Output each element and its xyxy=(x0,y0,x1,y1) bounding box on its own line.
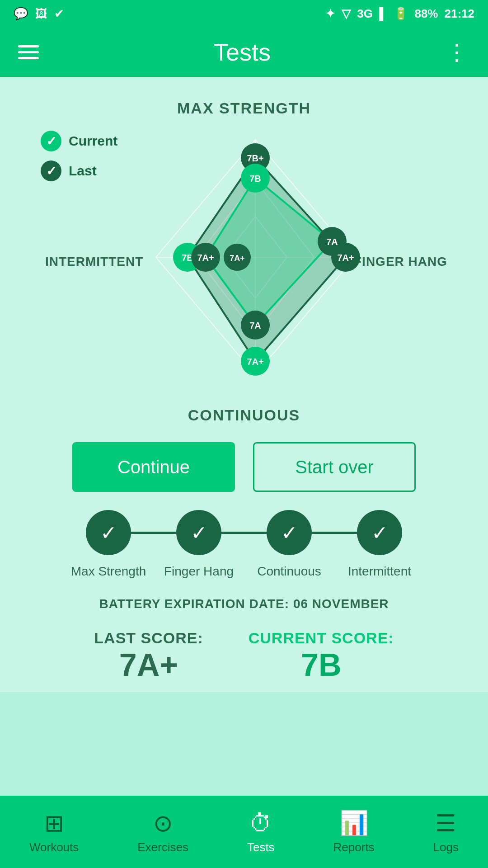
svg-text:7B+: 7B+ xyxy=(247,153,263,163)
time-display: 21:12 xyxy=(445,7,475,21)
wifi-icon: ▽ xyxy=(342,7,351,21)
nav-workouts[interactable]: ⊞ Workouts xyxy=(29,810,79,854)
app-bar: Tests ⋮ xyxy=(0,27,488,77)
reports-icon: 📊 xyxy=(339,809,369,837)
action-buttons: Continue Start over xyxy=(72,442,416,492)
svg-text:7A+: 7A+ xyxy=(230,254,245,263)
step-label-1: Max Strength xyxy=(63,564,154,579)
svg-text:7B: 7B xyxy=(249,174,261,184)
nav-logs[interactable]: ☰ Logs xyxy=(433,810,459,854)
axis-label-left: INTERMITTENT xyxy=(45,255,143,269)
nav-tests[interactable]: ⏱ Tests xyxy=(247,810,275,854)
battery-info: BATTERY EXPIRATION DATE: 06 NOVEMBER xyxy=(99,597,389,611)
continue-button[interactable]: Continue xyxy=(72,442,235,492)
network-label: 3G xyxy=(357,7,373,21)
step-line-1 xyxy=(131,532,176,534)
status-bar: 💬 🖼 ✔ ✦ ▽ 3G ▌ 🔋 88% 21:12 xyxy=(0,0,488,27)
page-title: Tests xyxy=(214,38,271,66)
signal-icon: ▌ xyxy=(379,7,387,21)
last-score-value: 7A+ xyxy=(119,647,178,683)
legend-last-label: Last xyxy=(69,163,97,179)
step-line-3 xyxy=(312,532,357,534)
step-1: ✓ xyxy=(86,510,131,555)
workouts-icon: ⊞ xyxy=(44,810,64,837)
step-label-2: Finger Hang xyxy=(154,564,244,579)
current-score-value: 7B xyxy=(301,647,341,683)
nav-reports-label: Reports xyxy=(333,840,375,854)
radar-chart-svg: 7B+ 7A+ 7A+ 7B 7B 7A 7A xyxy=(142,126,368,388)
legend-last: ✓ Last xyxy=(41,160,117,181)
bluetooth-icon: ✦ xyxy=(325,7,335,21)
nav-reports[interactable]: 📊 Reports xyxy=(333,809,375,854)
svg-text:7A: 7A xyxy=(326,237,338,247)
svg-text:7A+: 7A+ xyxy=(337,253,354,263)
radar-label-bottom: CONTINUOUS xyxy=(188,406,300,424)
last-score-block: LAST SCORE: 7A+ xyxy=(94,629,203,683)
battery-percent: 88% xyxy=(414,7,438,21)
progress-steps: ✓ ✓ ✓ ✓ xyxy=(86,510,402,555)
logs-icon: ☰ xyxy=(435,810,456,837)
nav-logs-label: Logs xyxy=(433,840,459,854)
check-icon: ✔ xyxy=(54,7,64,21)
step-labels: Max Strength Finger Hang Continuous Inte… xyxy=(63,564,425,579)
current-score-block: CURRENT SCORE: 7B xyxy=(249,629,394,683)
bottom-nav: ⊞ Workouts ⊙ Exercises ⏱ Tests 📊 Reports… xyxy=(0,796,488,868)
gallery-icon: 🖼 xyxy=(35,7,47,21)
radar-section: MAX STRENGTH ✓ Current ✓ Last INTERMITTE… xyxy=(0,90,488,424)
step-2: ✓ xyxy=(176,510,221,555)
battery-date: 06 NOVEMBER xyxy=(293,597,389,611)
last-score-label: LAST SCORE: xyxy=(94,629,203,647)
status-bar-left: 💬 🖼 ✔ xyxy=(14,7,64,21)
more-options-button[interactable]: ⋮ xyxy=(446,39,470,65)
step-3: ✓ xyxy=(267,510,312,555)
nav-exercises-label: Exercises xyxy=(137,840,188,854)
step-line-2 xyxy=(221,532,267,534)
current-score-label: CURRENT SCORE: xyxy=(249,629,394,647)
nav-exercises[interactable]: ⊙ Exercises xyxy=(137,810,188,854)
step-4: ✓ xyxy=(357,510,402,555)
battery-prefix: BATTERY EXPIRATION DATE: xyxy=(99,597,289,611)
menu-button[interactable] xyxy=(18,45,39,59)
exercises-icon: ⊙ xyxy=(153,810,173,837)
svg-text:7A+: 7A+ xyxy=(197,253,214,263)
svg-text:7A: 7A xyxy=(249,321,261,330)
scores-row: LAST SCORE: 7A+ CURRENT SCORE: 7B xyxy=(94,629,394,683)
step-label-4: Intermittent xyxy=(334,564,425,579)
radar-legend: ✓ Current ✓ Last xyxy=(41,131,117,181)
legend-current: ✓ Current xyxy=(41,131,117,151)
step-label-3: Continuous xyxy=(244,564,334,579)
battery-icon: 🔋 xyxy=(394,7,408,21)
legend-current-label: Current xyxy=(69,133,117,149)
start-over-button[interactable]: Start over xyxy=(253,442,416,492)
legend-current-check: ✓ xyxy=(41,131,61,151)
nav-tests-label: Tests xyxy=(247,840,275,854)
main-content: MAX STRENGTH ✓ Current ✓ Last INTERMITTE… xyxy=(0,77,488,692)
status-bar-right: ✦ ▽ 3G ▌ 🔋 88% 21:12 xyxy=(325,7,474,21)
legend-last-check: ✓ xyxy=(41,160,61,181)
whatsapp-icon: 💬 xyxy=(14,7,28,21)
svg-text:7A+: 7A+ xyxy=(247,357,263,367)
radar-label-top: MAX STRENGTH xyxy=(177,99,311,117)
tests-icon: ⏱ xyxy=(249,810,272,837)
nav-workouts-label: Workouts xyxy=(29,840,79,854)
